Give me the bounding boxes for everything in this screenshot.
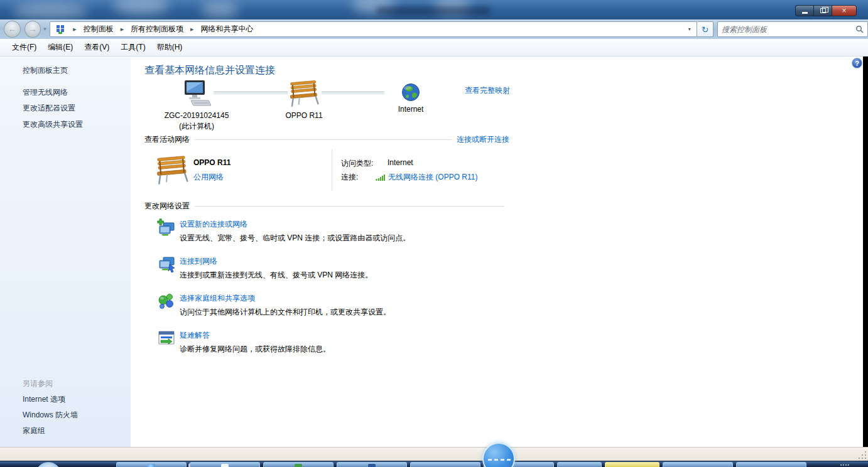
task-connect-to-network-desc: 连接到或重新连接到无线、有线、拨号或 VPN 网络连接。 [180,270,372,281]
restore-button[interactable] [813,5,832,16]
homegroup-icon [157,293,176,310]
back-button[interactable]: ← [4,21,21,38]
wireless-connection-link[interactable]: 无线网络连接 (OPPO R11) [388,172,477,183]
access-type-label: 访问类型: [341,158,373,169]
menu-edit[interactable]: 编辑(E) [42,40,79,55]
network-center-icon [55,24,65,35]
breadcrumb-item-all-items[interactable]: 所有控制面板项 [129,23,185,36]
minimize-icon [802,12,808,14]
task-setup-new-connection-desc: 设置无线、宽带、拨号、临时或 VPN 连接；或设置路由器或访问点。 [180,233,410,244]
forward-button[interactable]: → [24,21,41,38]
breadcrumb[interactable]: ▶ 控制面板 ▶ 所有控制面板项 ▶ 网络和共享中心 ▼ [50,21,697,37]
taskbar-button[interactable] [263,462,334,467]
screen: × ← → ▼ ▶ 控制面板 ▶ 所有控制面板项 ▶ 网络和共享中心 ▼ ↻ [0,0,868,467]
section-rule [195,206,504,207]
breadcrumb-item-control-panel[interactable]: 控制面板 [82,23,116,36]
desktop-background-strip [863,56,868,447]
active-network-icon[interactable] [156,154,188,188]
start-button[interactable] [35,462,62,467]
window-titlebar[interactable]: × [0,0,868,19]
clock-area[interactable]: ▪▪▪▪ [840,463,862,467]
menu-help[interactable]: 帮助(H) [151,40,188,55]
taskbar-button[interactable] [736,462,806,467]
taskbar-button[interactable] [190,462,260,467]
background-window-title-ghost [377,6,490,15]
task-troubleshoot-desc: 诊断并修复网络问题，或获得故障排除信息。 [180,344,330,355]
setup-connection-icon [157,218,176,236]
taskbar-button[interactable] [337,462,407,467]
taskbar-button[interactable] [663,462,733,467]
refresh-icon: ↻ [702,24,709,35]
map-computer-name: ZGC-20191024145 [162,111,231,120]
connect-disconnect-link[interactable]: 连接或断开连接 [457,134,509,145]
search-icon[interactable] [855,25,864,33]
map-node-computer[interactable]: ZGC-20191024145 (此计算机) [162,79,231,132]
map-network-name: OPPO R11 [273,111,335,120]
access-type-value: Internet [388,158,413,167]
map-connection-line [322,92,384,94]
task-setup-new-connection-link[interactable]: 设置新的连接或网络 [180,219,247,230]
help-button[interactable]: ? [852,58,862,68]
sidebar-item-control-panel-home[interactable]: 控制面板主页 [23,65,68,76]
task-troubleshoot-link[interactable]: 疑难解答 [180,330,210,341]
address-dropdown-icon[interactable]: ▼ [687,27,692,31]
active-network-name: OPPO R11 [193,158,231,167]
glass-highlight [113,0,170,15]
refresh-button[interactable]: ↻ [697,21,713,37]
minimize-button[interactable] [795,5,813,16]
view-full-map-link[interactable]: 查看完整映射 [465,85,510,96]
search-input[interactable] [722,25,855,34]
troubleshoot-icon [157,330,176,347]
window-controls: × [795,5,857,16]
taskbar[interactable]: ▪▪▪▪ [0,461,868,467]
connections-label: 连接: [341,172,358,183]
menu-view[interactable]: 查看(V) [79,40,115,55]
globe-icon [401,83,420,102]
computer-icon [182,79,211,108]
close-icon: × [842,6,846,15]
sidebar-item-windows-firewall[interactable]: Windows 防火墙 [23,410,78,421]
main-content: ? 查看基本网络信息并设置连接 ZGC-20191024145 (此计算机) [131,56,863,447]
breadcrumb-arrow-icon[interactable]: ▶ [121,27,124,32]
menu-bar: 文件(F) 编辑(E) 查看(V) 工具(T) 帮助(H) [0,39,868,56]
sidebar-item-advanced-sharing[interactable]: 更改高级共享设置 [23,119,83,130]
close-button[interactable]: × [832,5,857,16]
bench-icon [289,79,319,108]
breadcrumb-item-network-center[interactable]: 网络和共享中心 [198,23,255,36]
sidebar-item-manage-wireless[interactable]: 管理无线网络 [23,87,68,98]
task-homegroup-options-link[interactable]: 选择家庭组和共享选项 [180,293,255,304]
task-homegroup-options-desc: 访问位于其他网络计算机上的文件和打印机，或更改共享设置。 [180,307,391,318]
connect-to-network-icon [157,255,176,273]
help-icon: ? [855,60,859,67]
forward-icon: → [29,24,37,34]
recent-pages-dropdown[interactable]: ▼ [42,26,47,32]
search-box[interactable] [717,21,868,37]
bench-icon [156,154,188,186]
taskbar-button[interactable] [557,462,602,467]
back-icon: ← [8,24,16,34]
map-node-network[interactable]: OPPO R11 [273,79,335,120]
map-node-internet[interactable]: Internet [382,83,440,114]
menu-file[interactable]: 文件(F) [6,40,42,55]
sidebar-see-also-header: 另请参阅 [23,378,53,389]
menu-tools[interactable]: 工具(T) [115,40,151,55]
app-icon [295,464,302,467]
breadcrumb-arrow-icon: ▶ [73,27,76,32]
map-internet-label: Internet [382,105,440,114]
active-networks-label: 查看活动网络 [144,134,190,145]
task-connect-to-network-link[interactable]: 连接到网络 [180,256,217,267]
wifi-signal-icon [376,173,386,181]
app-icon [221,464,229,467]
resize-grip-icon[interactable] [858,451,867,459]
breadcrumb-arrow-icon[interactable]: ▶ [190,27,193,32]
taskbar-button[interactable] [410,462,480,467]
sidebar-item-homegroup[interactable]: 家庭组 [23,426,45,436]
change-settings-label: 更改网络设置 [144,201,190,212]
taskbar-button[interactable] [116,462,187,467]
page-title: 查看基本网络信息并设置连接 [144,64,275,77]
address-bar: ← → ▼ ▶ 控制面板 ▶ 所有控制面板项 ▶ 网络和共享中心 ▼ ↻ [0,19,868,39]
sidebar-item-internet-options[interactable]: Internet 选项 [23,394,65,405]
network-type-link[interactable]: 公用网络 [193,172,224,183]
taskbar-button-active[interactable] [605,462,659,467]
sidebar-item-change-adapter[interactable]: 更改适配器设置 [23,103,75,114]
